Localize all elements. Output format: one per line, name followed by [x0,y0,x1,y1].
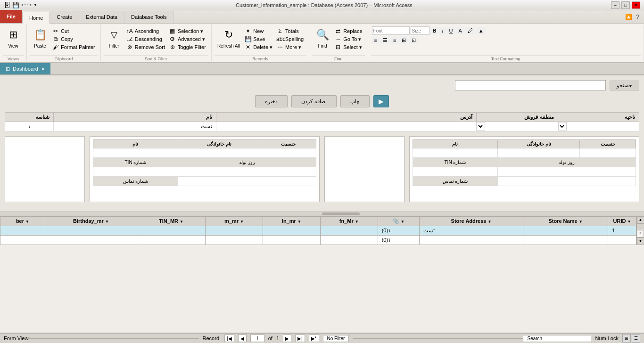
bt-cell-bday-1[interactable] [45,226,137,235]
bt-cell-tin-1[interactable] [137,226,206,235]
quick-access-redo[interactable]: ↪ [27,2,32,8]
advanced-button[interactable]: ⚙ Advanced ▾ [167,35,207,43]
delete-button[interactable]: ✕ Delete ▾ [243,43,274,51]
add-button[interactable]: اضافه کردن [291,95,336,107]
fp-right-tin-val[interactable] [413,167,498,176]
bt-cell-ln-1[interactable] [263,226,320,235]
quick-access-save[interactable]: 💾 [12,2,19,8]
bt-col-store-addr[interactable]: Store Address ▼ [420,216,523,226]
bt-col-urid[interactable]: URID ▼ [608,216,636,226]
align-left-button[interactable]: ≡ [372,37,380,44]
bt-cell-urid-2[interactable] [608,235,636,245]
right-scrollbar[interactable]: ▲ ▼ * [636,216,644,245]
font-size-input[interactable] [411,26,429,35]
fp-right-birthday-val[interactable] [497,167,636,176]
fp-right-name[interactable] [413,148,498,157]
horizontal-scrollbar[interactable] [0,212,644,216]
fp-right-phone-val[interactable] [497,176,636,186]
cell-area[interactable] [558,122,639,131]
search-button[interactable]: جستجو [610,81,639,90]
save-button[interactable]: 💾 Save [243,35,274,43]
bt-cell-fn-1[interactable] [320,226,378,235]
fp-mid-lastname[interactable] [178,148,260,157]
select-button[interactable]: ⊡ Select ▾ [333,43,363,51]
bt-cell-storename-2[interactable] [523,235,608,245]
bt-cell-attach-2[interactable]: (0)۱ [378,235,419,245]
asterisk-btn[interactable]: * [636,230,644,237]
view-button[interactable]: ⊞ View [4,26,23,49]
file-tab[interactable]: File [0,10,22,23]
bt-col-birthday[interactable]: Birthday_mr ▼ [45,216,137,226]
remove-sort-button[interactable]: ⊗ Remove Sort [124,43,166,51]
bt-col-store-name[interactable]: Store Name ▼ [523,216,608,226]
fp-right-lastname[interactable] [497,148,580,157]
bt-cell-tin-2[interactable] [137,235,206,245]
bt-cell-storeaddr-2[interactable] [420,235,523,245]
quick-access-undo[interactable]: ↩ [21,2,25,8]
fp-mid-tin-val[interactable] [93,167,178,176]
bt-cell-ln-2[interactable] [263,235,320,245]
replace-button[interactable]: ⇄ Replace [333,27,363,35]
bt-col-attach[interactable]: 📎 ▼ [378,216,419,226]
cell-id[interactable] [5,122,54,131]
hscroll-thumb[interactable] [322,212,360,215]
align-center-button[interactable]: ☰ [380,36,390,44]
close-button[interactable]: ✕ [632,1,640,9]
bt-col-tin[interactable]: TIN_MR ▼ [137,216,206,226]
paste-button[interactable]: 📋 Paste [31,26,50,49]
filter-button[interactable]: ▽ Filter [105,26,124,49]
bt-col-m[interactable]: m_mr ▼ [206,216,263,226]
copy-button[interactable]: ⧉ Copy [50,35,97,43]
scroll-up-arrow[interactable]: ▲ [637,216,644,224]
dashboard-tab[interactable]: ⊞ Dashboard ✕ [0,63,50,74]
descending-button[interactable]: ↓Z Descending [124,35,166,43]
bt-cell-ber-2[interactable] [0,235,45,245]
tab-create[interactable]: Create [50,11,79,23]
underline-button[interactable]: U [447,27,455,34]
totals-button[interactable]: Σ Totals [275,27,305,35]
quick-access-dropdown[interactable]: ▼ [33,3,37,7]
help-icon[interactable]: ? [636,14,639,20]
bt-cell-fn-2[interactable] [320,235,378,245]
spelling-button[interactable]: abc Spelling [275,35,305,43]
new-button[interactable]: ✦ New [243,27,274,35]
gridlines-button[interactable]: ⊞ [399,36,408,44]
bt-cell-attach-1[interactable]: (0)۱ [378,226,419,235]
find-button[interactable]: 🔍 Find [313,26,332,49]
bold-button[interactable]: B [430,27,439,34]
search-input[interactable] [455,80,606,90]
bt-col-ln[interactable]: ln_mr ▼ [263,216,320,226]
scroll-extra-btn[interactable]: * [636,230,644,237]
font-color-button[interactable]: A [456,27,464,34]
ascending-button[interactable]: ↑A Ascending [124,27,166,35]
play-button[interactable]: ▶ [373,95,389,107]
dashboard-tab-close[interactable]: ✕ [41,66,45,72]
minimize-button[interactable]: – [611,1,619,9]
more-button[interactable]: ⋯ More ▾ [275,43,305,51]
cell-region[interactable] [477,122,558,131]
bg-color-button[interactable]: ▲ [476,27,486,34]
print-button[interactable]: چاپ [340,95,370,107]
format-painter-button[interactable]: 🖌 Format Painter [50,43,97,51]
toggle-filter-button[interactable]: ⊛ Toggle Filter [167,43,207,51]
refresh-all-button[interactable]: ↻ Refresh All [215,26,242,49]
maximize-button[interactable]: □ [621,1,630,9]
bt-cell-m-2[interactable] [206,235,263,245]
bt-cell-urid-1[interactable]: 1 [608,226,636,235]
fp-mid-gender[interactable] [260,148,316,157]
bt-col-fn[interactable]: fn_Mr ▼ [320,216,378,226]
highlight-button[interactable]: 🖊 [465,27,475,34]
goto-button[interactable]: → Go To ▾ [333,35,363,43]
save-record-button[interactable]: ذخیره [255,95,288,107]
area-dropdown[interactable] [558,122,567,131]
bt-cell-ber-1[interactable] [0,226,45,235]
cell-address[interactable] [216,122,477,131]
selection-button[interactable]: ▦ Selection ▾ [167,27,207,35]
italic-button[interactable]: I [439,27,446,34]
cut-button[interactable]: ✂ Cut [50,27,97,35]
help-button[interactable]: 🔼 ? [621,14,644,20]
tab-database-tools[interactable]: Database Tools [124,11,174,23]
bt-col-ber[interactable]: ber ▼ [0,216,45,226]
bt-cell-storeaddr-1[interactable]: تست [420,226,523,235]
fp-mid-birthday-val[interactable] [178,167,316,176]
